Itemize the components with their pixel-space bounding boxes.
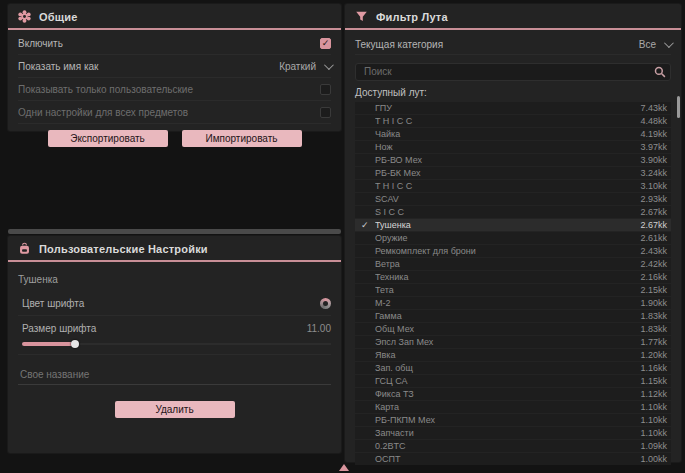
font-size-slider[interactable] bbox=[22, 340, 331, 348]
slider-fill bbox=[22, 342, 75, 346]
custom-name-input[interactable] bbox=[18, 365, 331, 385]
search-icon[interactable] bbox=[654, 64, 666, 82]
loot-row[interactable]: Общ Мех1.83kk bbox=[355, 323, 671, 335]
loot-row[interactable]: Карта1.10kk bbox=[355, 401, 671, 413]
loot-item-value: 1.10kk bbox=[640, 415, 667, 425]
delete-button[interactable]: Удалить bbox=[115, 401, 235, 418]
loot-item-value: 3.90kk bbox=[640, 155, 667, 165]
loot-row[interactable]: ✓Тушенка2.67kk bbox=[355, 219, 671, 231]
loot-item-name: Эпсл Зап Мех bbox=[375, 337, 640, 347]
loot-item-name: Гамма bbox=[375, 311, 640, 321]
loot-item-name: М-2 bbox=[375, 298, 640, 308]
loot-item-value: 4.48kk bbox=[640, 116, 667, 126]
loot-item-value: 1.09kk bbox=[640, 441, 667, 451]
loot-item-value: 1.90kk bbox=[640, 298, 667, 308]
loot-item-name: ГСЦ СА bbox=[375, 376, 640, 386]
loot-row[interactable]: Ремкомплект для брони2.43kk bbox=[355, 245, 671, 257]
setting-row-only-custom: Показывать только пользовательские ✓ bbox=[18, 78, 331, 101]
available-loot-label: Доступный лут: bbox=[355, 87, 671, 98]
loot-item-name: Общ Мех bbox=[375, 324, 640, 334]
color-picker-icon[interactable] bbox=[320, 298, 331, 309]
loot-row[interactable]: Фикса ТЗ1.12kk bbox=[355, 388, 671, 400]
loot-row[interactable]: РБ-БК Мех3.24kk bbox=[355, 167, 671, 179]
loot-item-name: ОСПТ bbox=[375, 454, 640, 464]
loot-row[interactable]: SCAV2.93kk bbox=[355, 193, 671, 205]
enable-checkbox[interactable]: ✓ bbox=[320, 38, 331, 49]
chevron-down-icon bbox=[324, 60, 334, 70]
loot-row[interactable]: Гамма1.83kk bbox=[355, 310, 671, 322]
loot-item-value: 7.43kk bbox=[640, 103, 667, 113]
loot-item-name: РБ-БК Мех bbox=[375, 168, 640, 178]
loot-item-value: 1.83kk bbox=[640, 324, 667, 334]
loot-row[interactable]: Техника2.16kk bbox=[355, 271, 671, 283]
search-input[interactable] bbox=[355, 63, 671, 81]
loot-item-value: 2.67kk bbox=[640, 220, 667, 230]
name-mode-label: Показать имя как bbox=[18, 61, 98, 72]
loot-row[interactable]: Явка1.20kk bbox=[355, 349, 671, 361]
loot-item-name: Запчасти bbox=[375, 428, 640, 438]
loot-row[interactable]: ГПУ7.43kk bbox=[355, 102, 671, 114]
loot-row[interactable]: Тета2.15kk bbox=[355, 284, 671, 296]
scrollbar-thumb[interactable] bbox=[677, 96, 680, 118]
only-custom-checkbox[interactable]: ✓ bbox=[320, 84, 331, 95]
loot-item-value: 3.24kk bbox=[640, 168, 667, 178]
only-custom-label: Показывать только пользовательские bbox=[18, 84, 193, 95]
loot-item-value: 1.77kk bbox=[640, 337, 667, 347]
loot-filter-panel: Фильтр Лута Текущая категория Все Доступ… bbox=[345, 4, 681, 462]
name-mode-select[interactable]: Краткий bbox=[279, 61, 331, 72]
loot-item-value: 4.19kk bbox=[640, 129, 667, 139]
enable-label: Включить bbox=[18, 38, 63, 49]
loot-row[interactable]: T H I C C4.48kk bbox=[355, 115, 671, 127]
loot-item-name: SCAV bbox=[375, 194, 640, 204]
panel-splitter[interactable] bbox=[8, 229, 341, 234]
loot-item-value: 1.00kk bbox=[640, 454, 667, 464]
resize-handle-icon[interactable] bbox=[339, 464, 349, 471]
loot-item-name: РБ-ПКПМ Мех bbox=[375, 415, 640, 425]
loot-row[interactable]: Запчасти1.10kk bbox=[355, 427, 671, 439]
general-panel-header: Общие bbox=[8, 4, 341, 28]
loot-item-value: 2.61kk bbox=[640, 233, 667, 243]
single-settings-checkbox[interactable]: ✓ bbox=[320, 107, 331, 118]
loot-item-value: 1.12kk bbox=[640, 389, 667, 399]
import-button[interactable]: Импортировать bbox=[182, 130, 302, 147]
loot-row[interactable]: Чайка4.19kk bbox=[355, 128, 671, 140]
loot-item-value: 1.10kk bbox=[640, 428, 667, 438]
selected-item-name: Тушенка bbox=[18, 274, 331, 285]
loot-row[interactable]: T H I C C3.10kk bbox=[355, 180, 671, 192]
loot-row[interactable]: ОСПТ1.00kk bbox=[355, 453, 671, 465]
loot-row[interactable]: Зап. общ1.16kk bbox=[355, 362, 671, 374]
loot-row[interactable]: ГСЦ СА1.15kk bbox=[355, 375, 671, 387]
loot-row[interactable]: Нож3.97kk bbox=[355, 141, 671, 153]
export-button[interactable]: Экспортировать bbox=[48, 130, 168, 147]
font-color-label: Цвет шрифта bbox=[22, 298, 84, 309]
loot-item-name: ГПУ bbox=[375, 103, 640, 113]
loot-item-name: Явка bbox=[375, 350, 640, 360]
font-size-label: Размер шрифта bbox=[22, 323, 96, 334]
divider bbox=[18, 354, 331, 355]
loot-item-name: 0.2BTC bbox=[375, 441, 640, 451]
loot-row[interactable]: Оружие2.61kk bbox=[355, 232, 671, 244]
loot-row[interactable]: М-21.90kk bbox=[355, 297, 671, 309]
loot-item-value: 2.15kk bbox=[640, 285, 667, 295]
loot-item-name: Тушенка bbox=[375, 220, 640, 230]
loot-row[interactable]: Ветра2.42kk bbox=[355, 258, 671, 270]
loot-item-name: T H I C C bbox=[375, 116, 640, 126]
loot-item-name: T H I C C bbox=[375, 181, 640, 191]
panel-title: Пользовательские Настройки bbox=[39, 243, 208, 255]
loot-item-name: Оружие bbox=[375, 233, 640, 243]
custom-settings-header: Пользовательские Настройки bbox=[8, 236, 341, 260]
category-label: Текущая категория bbox=[355, 39, 443, 50]
category-select[interactable]: Все bbox=[639, 39, 671, 50]
loot-row[interactable]: Эпсл Зап Мех1.77kk bbox=[355, 336, 671, 348]
category-value: Все bbox=[639, 39, 656, 50]
loot-item-value: 2.93kk bbox=[640, 194, 667, 204]
funnel-icon bbox=[355, 10, 368, 23]
loot-row[interactable]: S I C C2.67kk bbox=[355, 206, 671, 218]
loot-item-name: Нож bbox=[375, 142, 640, 152]
loot-row[interactable]: РБ-ПКПМ Мех1.10kk bbox=[355, 414, 671, 426]
loot-row[interactable]: 0.2BTC1.09kk bbox=[355, 440, 671, 452]
slider-thumb[interactable] bbox=[71, 340, 79, 348]
loot-row[interactable]: РБ-ВО Мех3.90kk bbox=[355, 154, 671, 166]
chevron-down-icon bbox=[664, 38, 674, 48]
panel-title: Фильтр Лута bbox=[376, 11, 448, 23]
